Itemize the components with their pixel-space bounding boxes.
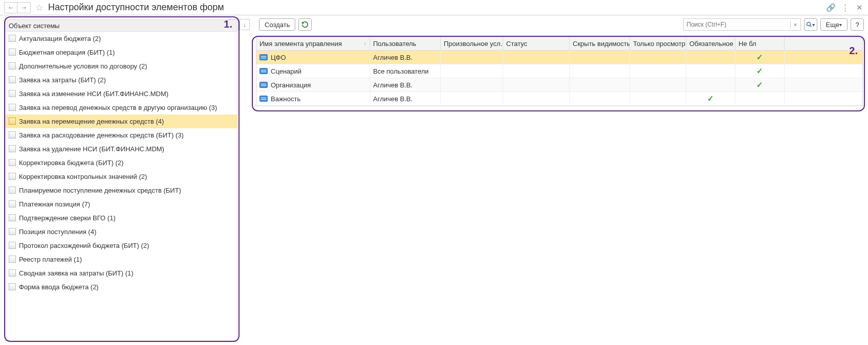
- grid-cell: Важность: [256, 92, 370, 105]
- col-hide-visibility[interactable]: Скрыть видимость: [570, 37, 630, 50]
- help-button[interactable]: ?: [851, 18, 864, 31]
- grid-cell: [441, 64, 503, 78]
- grid-cell: [570, 51, 630, 64]
- col-required[interactable]: Обязательное: [686, 37, 735, 50]
- grid-cell: [630, 64, 686, 78]
- tree-item-label: Корректировка бюджета (БИТ) (2): [19, 159, 123, 167]
- tree-item[interactable]: Заявка на перевод денежных средств в дру…: [6, 101, 237, 114]
- tree-item-label: Реестр платежей (1): [19, 256, 82, 263]
- grid-cell: [503, 51, 570, 64]
- grid-cell: Все пользователи: [370, 64, 441, 78]
- tree-item[interactable]: Заявка на расходование денежных средств …: [6, 128, 237, 142]
- tree-item-label: Подтверждение сверки ВГО (1): [19, 214, 116, 222]
- col-condition[interactable]: Произвольное усл...: [441, 37, 503, 50]
- create-button[interactable]: Создать: [259, 18, 295, 31]
- document-icon: [9, 228, 16, 235]
- kebab-menu-icon[interactable]: ⋮: [840, 3, 850, 12]
- tree-item[interactable]: Протокол расхождений бюджета (БИТ) (2): [6, 239, 237, 252]
- tree-item[interactable]: Заявка на затраты (БИТ) (2): [6, 73, 237, 87]
- search-input[interactable]: [684, 21, 790, 28]
- tree-item[interactable]: Позиция поступления (4): [6, 225, 237, 239]
- svg-line-1: [810, 26, 812, 27]
- grid-row[interactable]: ОрганизацияАгличев В.В.✓: [256, 78, 862, 92]
- grid-cell: [686, 78, 735, 91]
- tree-item-label: Бюджетная операция (БИТ) (1): [19, 49, 115, 56]
- object-tree[interactable]: Актуализация бюджета (2)Бюджетная операц…: [5, 32, 237, 341]
- tree-item[interactable]: Дополнительные условия по договору (2): [6, 59, 237, 73]
- tree-item[interactable]: Реестр платежей (1): [6, 252, 237, 266]
- nav-forward-button[interactable]: →: [17, 2, 31, 13]
- tree-item[interactable]: Актуализация бюджета (2): [6, 32, 237, 45]
- tree-item[interactable]: Корректировка бюджета (БИТ) (2): [6, 156, 237, 170]
- tree-item[interactable]: Заявка на изменение НСИ (БИТ.ФИНАНС.MDM): [6, 87, 237, 101]
- col-readonly[interactable]: Только просмотр: [630, 37, 686, 50]
- close-icon[interactable]: ✕: [855, 3, 864, 12]
- checkmark-icon: ✓: [739, 80, 781, 89]
- tree-item[interactable]: Заявка на перемещение денежных средств (…: [6, 114, 237, 128]
- col-noblock[interactable]: Не бл: [735, 37, 785, 50]
- tree-item[interactable]: Платежная позиция (7): [6, 197, 237, 211]
- grid-cell: ЦФО: [256, 51, 370, 64]
- document-icon: [9, 256, 16, 263]
- checkmark-icon: ✓: [739, 66, 781, 76]
- tree-item-label: Заявка на затраты (БИТ) (2): [19, 76, 106, 84]
- grid-cell: [686, 64, 735, 78]
- tree-item[interactable]: Заявка на удаление НСИ (БИТ.ФИНАНС.MDM): [6, 142, 237, 156]
- grid-cell: [441, 51, 503, 64]
- grid-cell: [735, 92, 785, 105]
- search-options-button[interactable]: [804, 18, 817, 31]
- tree-item-label: Дополнительные условия по договору (2): [19, 62, 147, 70]
- document-icon: [9, 214, 16, 221]
- tree-item-label: Заявка на расходование денежных средств …: [19, 131, 184, 139]
- grid-row[interactable]: ЦФОАгличев В.В.✓: [256, 51, 862, 64]
- col-element-name[interactable]: Имя элемента управления↑: [256, 37, 370, 50]
- document-icon: [9, 90, 16, 97]
- checkmark-icon: ✓: [689, 94, 732, 103]
- sort-desc-button[interactable]: ↓: [240, 19, 250, 30]
- grid-row[interactable]: ВажностьАгличев В.В.✓: [256, 92, 862, 106]
- col-user[interactable]: Пользователь: [370, 37, 441, 50]
- tree-item-label: Заявка на изменение НСИ (БИТ.ФИНАНС.MDM): [19, 90, 168, 98]
- tree-item[interactable]: Бюджетная операция (БИТ) (1): [6, 45, 237, 59]
- grid-cell: [570, 78, 630, 91]
- tree-item[interactable]: Планируемое поступление денежных средств…: [6, 183, 237, 197]
- document-icon: [9, 35, 16, 42]
- tree-column-header[interactable]: Объект системы: [5, 19, 237, 32]
- document-icon: [9, 242, 16, 249]
- tree-item[interactable]: Форма ввода бюджета (2): [6, 280, 237, 294]
- refresh-icon: [301, 21, 309, 28]
- col-status[interactable]: Статус: [503, 37, 570, 50]
- grid-row[interactable]: СценарийВсе пользователи✓: [256, 64, 862, 78]
- tree-item-label: Форма ввода бюджета (2): [19, 283, 99, 291]
- annotation-label-1: 1.: [224, 18, 232, 30]
- document-icon: [9, 62, 16, 70]
- tree-item-label: Корректировка контрольных значений (2): [19, 173, 147, 180]
- grid-cell: ✓: [735, 51, 785, 64]
- tree-item-label: Планируемое поступление денежных средств…: [19, 187, 181, 194]
- document-icon: [9, 159, 16, 166]
- grid-cell: [686, 51, 735, 64]
- grid-cell: [570, 92, 630, 105]
- tree-item[interactable]: Подтверждение сверки ВГО (1): [6, 211, 237, 225]
- more-button[interactable]: Еще: [820, 18, 848, 31]
- grid-cell: [570, 64, 630, 78]
- field-icon: [259, 54, 268, 60]
- grid-cell: [441, 78, 503, 91]
- grid-cell: [630, 51, 686, 64]
- link-icon[interactable]: 🔗: [826, 3, 835, 12]
- nav-back-button[interactable]: ←: [4, 2, 17, 13]
- tree-item[interactable]: Сводная заявка на затраты (БИТ) (1): [6, 266, 237, 280]
- grid-cell: [441, 92, 503, 105]
- document-icon: [9, 118, 16, 125]
- tree-item-label: Заявка на перемещение денежных средств (…: [19, 118, 164, 125]
- tree-item-label: Заявка на перевод денежных средств в дру…: [19, 104, 217, 111]
- svg-point-0: [807, 22, 811, 26]
- grid-cell: ✓: [735, 78, 785, 91]
- page-title: Настройки доступности элементов форм: [48, 2, 826, 13]
- search-clear-button[interactable]: ×: [790, 21, 800, 29]
- grid-cell: [503, 78, 570, 91]
- tree-item[interactable]: Корректировка контрольных значений (2): [6, 170, 237, 183]
- document-icon: [9, 269, 16, 277]
- favorite-star-icon[interactable]: ☆: [34, 2, 45, 13]
- refresh-button[interactable]: [298, 18, 312, 31]
